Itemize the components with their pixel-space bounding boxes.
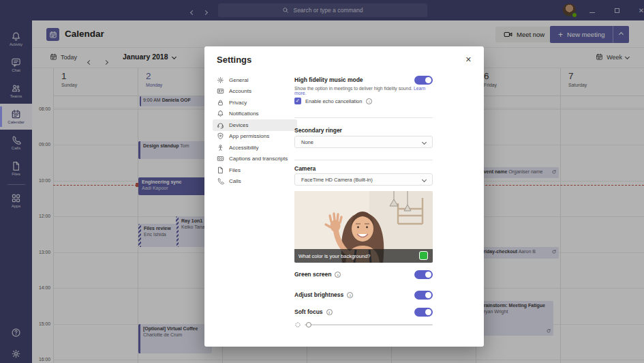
- privacy-icon: [217, 99, 224, 106]
- soft-focus-label: Soft focus: [294, 308, 323, 315]
- settings-nav-app-permissions[interactable]: App permissions: [213, 131, 297, 143]
- divider: [294, 117, 433, 118]
- high-fidelity-label: High fidelity music mode: [294, 76, 433, 83]
- settings-nav-general[interactable]: General: [213, 74, 297, 86]
- camera-label: Camera: [294, 165, 433, 172]
- secondary-ringer-value: None: [301, 139, 313, 145]
- settings-nav-notifications[interactable]: Notifications: [213, 108, 297, 120]
- general-icon: [217, 76, 224, 84]
- settings-nav-captions[interactable]: Captions and transcripts: [213, 154, 297, 165]
- info-icon: [366, 98, 372, 104]
- camera-value: FaceTime HD Camera (Built-in): [301, 177, 373, 183]
- slider-knob[interactable]: [306, 322, 311, 328]
- settings-dialog: Settings ✕ General Accounts Privacy Noti…: [204, 46, 484, 347]
- close-dialog-button[interactable]: ✕: [463, 54, 474, 66]
- settings-nav: General Accounts Privacy Notifications D…: [213, 74, 297, 187]
- info-icon: [326, 309, 333, 315]
- devices-icon: [217, 121, 224, 129]
- adjust-brightness-label: Adjust brightness: [294, 291, 343, 298]
- dialog-title: Settings: [217, 55, 251, 65]
- high-fidelity-description: Show the option in meetings to deliver h…: [294, 86, 433, 96]
- echo-cancellation-checkbox[interactable]: ✓: [294, 98, 301, 104]
- accessibility-icon: [217, 144, 224, 151]
- info-icon: [335, 272, 341, 278]
- secondary-ringer-select[interactable]: None: [294, 136, 433, 148]
- green-screen-toggle[interactable]: [414, 270, 433, 279]
- high-fidelity-toggle[interactable]: [414, 76, 433, 85]
- echo-cancellation-label: Enable echo cancellation: [305, 98, 362, 104]
- settings-nav-privacy[interactable]: Privacy: [213, 97, 297, 108]
- camera-select[interactable]: FaceTime HD Camera (Built-in): [294, 173, 433, 186]
- divider: [294, 160, 433, 160]
- secondary-ringer-label: Secondary ringer: [294, 127, 433, 134]
- adjust-brightness-toggle[interactable]: [414, 291, 433, 300]
- chevron-down-icon: [422, 177, 427, 182]
- captions-icon: [217, 155, 224, 162]
- background-color-swatch[interactable]: [419, 251, 428, 260]
- info-icon: [347, 292, 353, 298]
- settings-nav-files[interactable]: Files: [213, 164, 297, 176]
- settings-nav-accounts[interactable]: Accounts: [213, 86, 297, 98]
- camera-preview-image: What color is your background?: [294, 191, 433, 263]
- settings-nav-accessibility[interactable]: Accessibility: [213, 142, 297, 154]
- settings-nav-calls[interactable]: Calls: [213, 176, 297, 188]
- slider-track[interactable]: [305, 324, 433, 325]
- notifications-icon: [217, 110, 224, 117]
- accounts-icon: [217, 87, 224, 95]
- chevron-down-icon: [422, 139, 427, 144]
- app-permissions-icon: [217, 132, 224, 140]
- calls-icon: [217, 177, 224, 185]
- background-question-text: What color is your background?: [298, 253, 370, 259]
- green-screen-label: Green screen: [294, 271, 331, 278]
- soft-focus-slider-icon: [294, 321, 301, 328]
- soft-focus-toggle[interactable]: [414, 308, 433, 317]
- camera-preview: What color is your background?: [294, 191, 433, 263]
- soft-focus-slider[interactable]: [294, 321, 433, 329]
- settings-nav-devices[interactable]: Devices: [213, 119, 297, 131]
- teams-app-window: Search or type a command ✕ Activity Chat…: [0, 0, 644, 363]
- files-icon: [217, 166, 224, 174]
